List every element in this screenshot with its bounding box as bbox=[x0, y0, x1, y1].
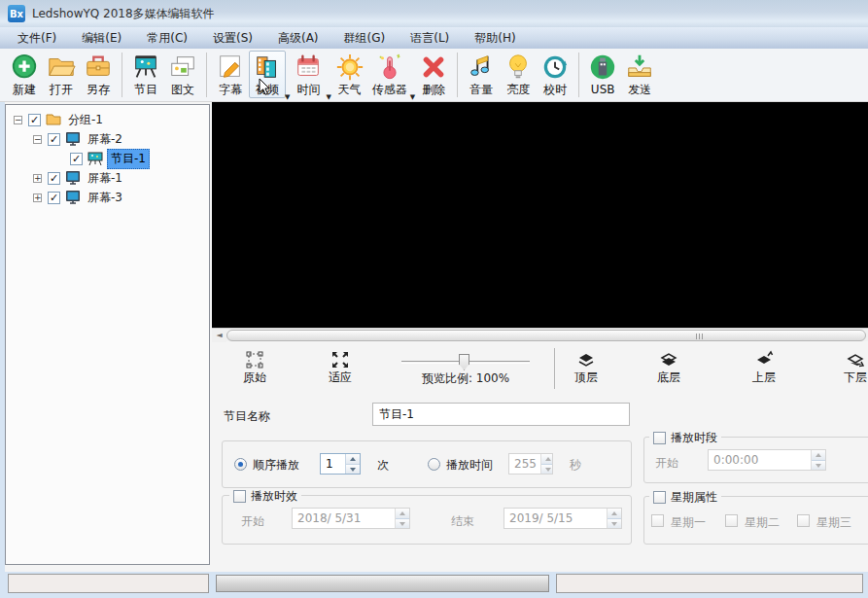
tree-item-group-1[interactable]: − ✓ 分组-1 bbox=[14, 111, 106, 128]
menu-advanced[interactable]: 高级(A) bbox=[278, 30, 319, 47]
time-dropdown-arrow-icon[interactable]: ▼ bbox=[326, 93, 330, 101]
send-tray-icon bbox=[625, 53, 654, 82]
bottom-layer-button[interactable]: 底层 bbox=[640, 350, 698, 393]
application-window: Bx LedshowYQ 2018多媒体编辑软件 文件(F) 编辑(E) 常用(… bbox=[0, 0, 868, 598]
top-layer-button[interactable]: 顶层 bbox=[557, 350, 615, 393]
play-duration-spin-buttons bbox=[540, 454, 552, 474]
screen-icon bbox=[65, 131, 81, 147]
status-panel-left bbox=[8, 574, 209, 593]
tree-item-label: 屏幕-2 bbox=[85, 130, 125, 149]
sequence-count-value: 1 bbox=[321, 454, 345, 474]
sequence-play-radio[interactable] bbox=[234, 458, 247, 471]
delete-button[interactable]: 删除 bbox=[415, 51, 452, 98]
validity-start-date-value: 2018/ 5/31 bbox=[293, 509, 395, 528]
sequence-count-spinner[interactable]: 1 bbox=[320, 453, 361, 475]
tree-item-label: 屏幕-3 bbox=[85, 189, 125, 207]
checkbox-checked-icon[interactable]: ✓ bbox=[70, 153, 83, 165]
program-icon bbox=[87, 151, 103, 166]
period-start-label: 开始 bbox=[655, 455, 678, 472]
scrollbar-thumb[interactable] bbox=[226, 330, 866, 341]
toolbar-separator bbox=[206, 53, 207, 97]
status-progress-bar bbox=[216, 575, 549, 592]
layer-up-button[interactable]: 上层 bbox=[735, 350, 793, 393]
toolbar-separator bbox=[457, 53, 458, 97]
menu-group[interactable]: 群组(G) bbox=[344, 30, 386, 47]
program-easel-icon bbox=[131, 53, 160, 82]
tree-item-label: 分组-1 bbox=[65, 111, 106, 129]
tree-item-screen-3[interactable]: + ✓ 屏幕-3 bbox=[33, 189, 125, 206]
usb-icon bbox=[588, 53, 617, 82]
validity-end-date-spinner: 2019/ 5/15 bbox=[503, 508, 622, 529]
menu-bar: 文件(F) 编辑(E) 常用(C) 设置(S) 高级(A) 群组(G) 语言(L… bbox=[0, 27, 868, 49]
layer-down-icon bbox=[846, 350, 865, 369]
folder-icon bbox=[46, 112, 61, 127]
image-text-button[interactable]: 图文 bbox=[164, 51, 201, 98]
validity-start-spin-buttons bbox=[395, 509, 409, 528]
save-as-briefcase-icon bbox=[84, 53, 113, 82]
screen-icon bbox=[65, 170, 81, 186]
volume-button[interactable]: 音量 bbox=[463, 51, 500, 98]
checkbox-checked-icon[interactable]: ✓ bbox=[48, 172, 60, 185]
original-size-button[interactable]: 原始 bbox=[226, 350, 284, 393]
period-start-time-spinner: 0:00:00 bbox=[708, 449, 826, 471]
toolbar-separator bbox=[122, 53, 122, 97]
image-text-icon bbox=[168, 53, 197, 82]
time-sync-button[interactable]: 校时 bbox=[537, 51, 573, 98]
expand-icon[interactable]: + bbox=[33, 193, 42, 202]
play-period-title: 播放时段 bbox=[649, 430, 721, 446]
checkbox-checked-icon[interactable]: ✓ bbox=[48, 133, 60, 146]
new-button[interactable]: 新建 bbox=[6, 51, 43, 98]
brightness-bulb-icon bbox=[503, 53, 533, 82]
layer-down-button[interactable]: 下层 bbox=[826, 350, 868, 393]
usb-button[interactable]: USB bbox=[584, 51, 621, 98]
validity-label: 播放时效 bbox=[251, 488, 297, 505]
tree-item-screen-2[interactable]: − ✓ 屏幕-2 bbox=[33, 130, 125, 148]
play-period-checkbox[interactable] bbox=[653, 432, 666, 444]
preview-canvas[interactable] bbox=[212, 102, 868, 328]
sequence-count-spin-buttons[interactable] bbox=[345, 454, 360, 474]
menu-file[interactable]: 文件(F) bbox=[17, 30, 56, 47]
open-folder-icon bbox=[47, 53, 76, 82]
program-name-input[interactable] bbox=[372, 403, 630, 426]
sensor-button[interactable]: 传感器 bbox=[368, 51, 411, 98]
preview-horizontal-scrollbar[interactable]: ◄ bbox=[212, 328, 868, 341]
tree-item-program-1[interactable]: ✓ 节目-1 bbox=[70, 150, 150, 167]
validity-checkbox[interactable] bbox=[233, 490, 246, 503]
fit-button[interactable]: 适应 bbox=[311, 350, 369, 393]
subtitle-button[interactable]: 字幕 bbox=[212, 51, 249, 98]
collapse-icon[interactable]: − bbox=[33, 135, 42, 144]
play-duration-radio[interactable] bbox=[428, 458, 440, 471]
menu-help[interactable]: 帮助(H) bbox=[474, 30, 515, 47]
tree-item-label: 屏幕-1 bbox=[85, 169, 125, 188]
menu-settings[interactable]: 设置(S) bbox=[213, 30, 253, 47]
checkbox-checked-icon[interactable]: ✓ bbox=[28, 114, 41, 126]
week-title: 星期属性 bbox=[649, 489, 721, 506]
checkbox-checked-icon[interactable]: ✓ bbox=[48, 192, 60, 204]
week-checkbox[interactable] bbox=[653, 491, 666, 504]
expand-icon[interactable]: + bbox=[33, 174, 42, 183]
brightness-button[interactable]: 亮度 bbox=[500, 51, 537, 98]
menu-edit[interactable]: 编辑(E) bbox=[82, 30, 122, 47]
menu-language[interactable]: 语言(L) bbox=[410, 30, 449, 47]
original-size-icon bbox=[245, 350, 264, 369]
top-layer-icon bbox=[576, 350, 596, 369]
tree-item-screen-1[interactable]: + ✓ 屏幕-1 bbox=[33, 169, 125, 187]
open-button[interactable]: 打开 bbox=[43, 51, 80, 98]
send-button[interactable]: 发送 bbox=[621, 51, 658, 98]
menu-common[interactable]: 常用(C) bbox=[147, 30, 188, 47]
validity-end-spin-buttons bbox=[607, 509, 621, 528]
collapse-icon[interactable]: − bbox=[14, 116, 22, 124]
validity-end-date-value: 2019/ 5/15 bbox=[504, 509, 607, 528]
scroll-left-arrow-icon[interactable]: ◄ bbox=[212, 329, 226, 342]
time-button[interactable]: 时间 bbox=[290, 51, 327, 98]
duration-unit-label: 秒 bbox=[570, 457, 581, 474]
screen-tree-panel: − ✓ 分组-1 − ✓ 屏幕-2 ✓ 节目-1 + ✓ 屏幕-1 + ✓ 屏幕… bbox=[5, 104, 210, 565]
time-sync-clock-icon bbox=[540, 53, 570, 82]
program-button[interactable]: 节目 bbox=[127, 51, 164, 98]
weather-button[interactable]: 天气 bbox=[331, 51, 368, 98]
status-panel-right bbox=[556, 574, 863, 593]
save-as-button[interactable]: 另存 bbox=[80, 51, 117, 98]
zoom-slider-thumb[interactable] bbox=[459, 354, 469, 370]
zoom-ratio-label: 预览比例: 100% bbox=[397, 370, 535, 387]
validity-start-date-spinner: 2018/ 5/31 bbox=[292, 508, 410, 529]
